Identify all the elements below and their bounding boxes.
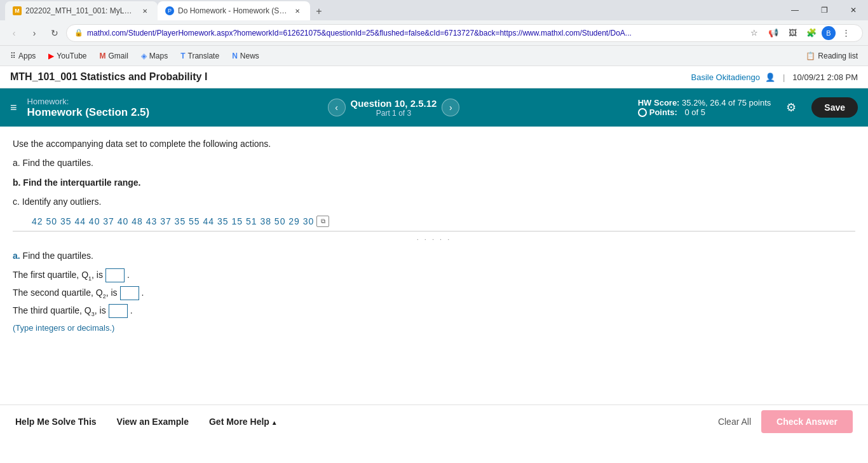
close-button[interactable]: ✕ xyxy=(839,0,868,20)
back-button[interactable]: ‹ xyxy=(5,24,23,42)
q2-row: The second quartile, Q2, is . xyxy=(13,286,855,300)
hw-navigation: ‹ Question 10, 2.5.12 Part 1 of 3 › xyxy=(328,98,460,118)
screenshot-icon[interactable]: 🖼 xyxy=(783,24,801,42)
hw-title-section: Homework: Homework (Section 2.5) xyxy=(27,97,150,119)
view-example-link[interactable]: View an Example xyxy=(117,417,189,427)
course-header: MTH_101_001 Statistics and Probability I… xyxy=(0,66,868,88)
clear-all-button[interactable]: Clear All xyxy=(718,417,751,427)
copy-icon[interactable]: ⧉ xyxy=(316,216,329,227)
user-icon: 👤 xyxy=(765,73,775,82)
maximize-button[interactable]: ❐ xyxy=(810,0,839,20)
bookmark-maps[interactable]: ◈ Maps xyxy=(136,50,173,62)
hw-question-info: Question 10, 2.5.12 Part 1 of 3 xyxy=(351,98,437,118)
gmail-icon: M xyxy=(100,52,106,60)
hw-question-number: Question 10, 2.5.12 xyxy=(351,98,437,109)
hw-menu-button[interactable]: ≡ xyxy=(10,101,17,114)
bookmark-maps-label: Maps xyxy=(149,52,168,60)
lock-icon: 🔒 xyxy=(74,29,83,37)
page-content: MTH_101_001 Statistics and Probability I… xyxy=(0,66,868,438)
reading-list-button[interactable]: 📋 Reading list xyxy=(801,50,863,62)
q2-input[interactable] xyxy=(120,286,139,300)
hw-settings-button[interactable]: ⚙ xyxy=(781,97,801,118)
cast-icon[interactable]: 📢 xyxy=(764,24,782,42)
tab1-close[interactable]: ✕ xyxy=(140,6,150,16)
bookmark-news-label: News xyxy=(240,52,259,60)
bookmark-gmail-label: Gmail xyxy=(109,52,128,60)
question-part-c-text: c. Identify any outliers. xyxy=(13,195,855,209)
q3-row: The third quartile, Q3, is . xyxy=(13,304,855,318)
refresh-button[interactable]: ↻ xyxy=(46,24,64,42)
bookmarks-bar: ⠿ Apps ▶ YouTube M Gmail ◈ Maps T Transl… xyxy=(0,46,868,66)
bookmark-apps[interactable]: ⠿ Apps xyxy=(5,50,41,62)
tab1-favicon: M xyxy=(13,6,22,15)
bookmark-translate[interactable]: T Translate xyxy=(175,50,224,62)
hw-label: Homework: xyxy=(27,97,150,106)
tab-mylab[interactable]: M 202202_MTH_101_001: MyLab St... ✕ xyxy=(5,1,158,20)
save-button[interactable]: Save xyxy=(811,97,858,118)
youtube-icon: ▶ xyxy=(48,52,54,60)
data-set-values: 42 50 35 44 40 37 40 48 43 37 35 55 44 3… xyxy=(32,216,314,226)
hw-title: Homework (Section 2.5) xyxy=(27,106,150,119)
address-actions: ☆ 📢 🖼 🧩 B ⋮ xyxy=(745,24,855,42)
check-answer-button[interactable]: Check Answer xyxy=(761,410,853,433)
section-divider xyxy=(13,231,855,232)
translate-icon: T xyxy=(180,52,185,60)
profile-icon[interactable]: B xyxy=(822,26,836,40)
address-bar: ‹ › ↻ 🔒 mathxl.com/Student/PlayerHomewor… xyxy=(0,20,868,46)
hw-score-section: HW Score: 35.2%, 26.4 of 75 points Point… xyxy=(638,98,771,117)
maps-icon: ◈ xyxy=(141,52,147,60)
window-controls: — ❐ ✕ xyxy=(780,0,868,20)
q2-label: The second quartile, Q2, is xyxy=(13,287,118,300)
bottom-right-actions: Clear All Check Answer xyxy=(718,410,853,433)
hw-prev-button[interactable]: ‹ xyxy=(328,99,346,116)
bookmark-translate-label: Translate xyxy=(188,52,220,60)
divider-dots: · · · · · xyxy=(13,235,855,243)
tab-homework[interactable]: P Do Homework - Homework (Sec... ✕ xyxy=(158,1,310,20)
bookmark-gmail[interactable]: M Gmail xyxy=(95,50,133,62)
hw-toolbar: ≡ Homework: Homework (Section 2.5) ‹ Que… xyxy=(0,88,868,127)
tab2-title: Do Homework - Homework (Sec... xyxy=(178,6,288,15)
reading-list-icon: 📋 xyxy=(806,52,815,60)
hw-score: HW Score: 35.2%, 26.4 of 75 points xyxy=(638,98,771,107)
address-input[interactable]: 🔒 mathxl.com/Student/PlayerHomework.aspx… xyxy=(66,24,863,42)
tab2-close[interactable]: ✕ xyxy=(292,6,302,16)
tab1-title: 202202_MTH_101_001: MyLab St... xyxy=(25,6,136,15)
menu-icon[interactable]: ⋮ xyxy=(837,24,855,42)
bookmark-news[interactable]: N News xyxy=(227,50,264,62)
input-note: (Type integers or decimals.) xyxy=(13,323,855,333)
new-tab-button[interactable]: + xyxy=(310,3,328,20)
q1-input[interactable] xyxy=(105,268,125,282)
star-icon[interactable]: ☆ xyxy=(745,24,763,42)
hw-next-button[interactable]: › xyxy=(442,99,459,116)
minimize-button[interactable]: — xyxy=(780,0,810,20)
data-set-row: 42 50 35 44 40 37 40 48 43 37 35 55 44 3… xyxy=(32,216,855,227)
bookmark-youtube[interactable]: ▶ YouTube xyxy=(43,50,92,62)
forward-button[interactable]: › xyxy=(25,24,43,42)
extensions-icon[interactable]: 🧩 xyxy=(803,24,820,42)
q1-label: The first quartile, Q1, is xyxy=(13,270,103,282)
sub-question-a: a. Find the quartiles. xyxy=(13,251,855,261)
bookmark-youtube-label: YouTube xyxy=(57,52,86,60)
course-title: MTH_101_001 Statistics and Probability I xyxy=(10,71,207,83)
q3-input[interactable] xyxy=(109,304,128,318)
course-datetime: 10/09/21 2:08 PM xyxy=(792,73,858,82)
hw-question-part: Part 1 of 3 xyxy=(351,109,437,118)
address-text: mathxl.com/Student/PlayerHomework.aspx?h… xyxy=(87,29,742,38)
q3-label: The third quartile, Q3, is xyxy=(13,305,106,317)
apps-icon: ⠿ xyxy=(10,52,16,60)
reading-list-label: Reading list xyxy=(818,52,858,60)
news-icon: N xyxy=(232,52,238,60)
question-part-a-text: a. Find the quartiles. xyxy=(13,156,855,170)
tab2-favicon: P xyxy=(165,6,174,15)
help-solve-link[interactable]: Help Me Solve This xyxy=(15,417,97,427)
q1-row: The first quartile, Q1, is . xyxy=(13,268,855,282)
course-meta: Basile Okitadiengo 👤 | 10/09/21 2:08 PM xyxy=(691,73,858,82)
more-help-link[interactable]: Get More Help xyxy=(209,417,278,427)
window-title-bar: M 202202_MTH_101_001: MyLab St... ✕ P Do… xyxy=(0,0,868,20)
user-name: Basile Okitadiengo xyxy=(691,73,760,82)
question-intro: Use the accompanying data set to complet… xyxy=(13,137,855,151)
bottom-bar: Help Me Solve This View an Example Get M… xyxy=(0,404,868,438)
meta-divider: | xyxy=(783,73,785,82)
hw-points: Points: 0 of 5 xyxy=(638,107,771,117)
points-circle-icon xyxy=(638,108,647,117)
